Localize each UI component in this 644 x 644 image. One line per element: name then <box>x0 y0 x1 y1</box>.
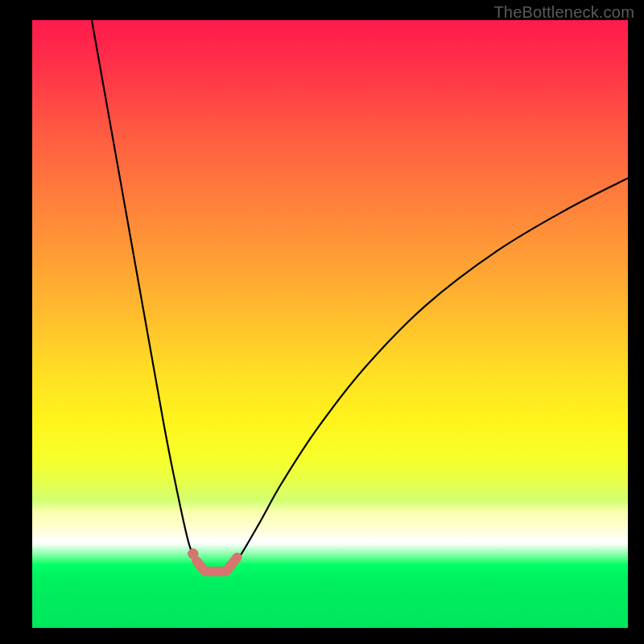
marker-capsule <box>228 557 237 569</box>
chart-frame: TheBottleneck.com <box>0 0 644 644</box>
watermark-text: TheBottleneck.com <box>493 3 634 22</box>
plot-area <box>32 20 628 628</box>
curve-path <box>92 20 628 574</box>
trough-markers <box>188 549 237 572</box>
bottleneck-curve <box>92 20 628 574</box>
chart-svg <box>32 20 628 628</box>
